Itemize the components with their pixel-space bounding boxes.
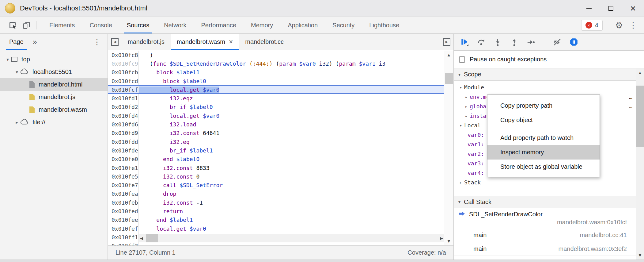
- deactivate-breakpoints-button[interactable]: [551, 36, 563, 48]
- call-stack-section-header[interactable]: ▾ Call Stack: [454, 196, 644, 208]
- code-line[interactable]: 0x010fc9 (func $SDL_SetRenderDrawColor (…: [108, 59, 444, 68]
- sidebar-scrollbar[interactable]: ▲ ▼: [636, 68, 644, 260]
- chevron-right-icon[interactable]: ▸: [463, 114, 470, 118]
- tab-console[interactable]: Console: [82, 17, 119, 33]
- code-line[interactable]: 0x010fe7 call $SDL_SetError: [108, 181, 444, 189]
- code-line[interactable]: 0x010fc8 ): [108, 51, 444, 59]
- call-stack-frame-main-1[interactable]: mainmandelbrot.cc:41: [454, 228, 644, 242]
- context-menu-item-copy-property-path[interactable]: Copy property path: [487, 98, 600, 113]
- context-menu-item-add-property-path-to-watch[interactable]: Add property path to watch: [487, 131, 600, 145]
- editor-tab-mandelbrot-cc[interactable]: mandelbrot.cc: [239, 34, 290, 50]
- more-tabs-chevron-icon[interactable]: »: [29, 37, 41, 46]
- code-line[interactable]: 0x010fd9 i32.const 64641: [108, 129, 444, 137]
- context-menu-item-store-object-as-global-variable[interactable]: Store object as global variable: [487, 160, 600, 174]
- code-line[interactable]: 0x010fcd block $label0: [108, 77, 444, 85]
- tab-network[interactable]: Network: [157, 17, 194, 33]
- device-toolbar-button[interactable]: [20, 18, 34, 32]
- code-line[interactable]: 0x010fd6 i32.load: [108, 120, 444, 129]
- sidebar-scroll-thumb[interactable]: [636, 86, 644, 147]
- tab-performance[interactable]: Performance: [194, 17, 244, 33]
- code-line[interactable]: 0x010feb i32.const -1: [108, 198, 444, 207]
- tab-memory[interactable]: Memory: [244, 17, 280, 33]
- scroll-up-icon[interactable]: ▲: [638, 68, 642, 77]
- close-tab-icon[interactable]: ×: [229, 38, 233, 45]
- chevron-down-icon[interactable]: ▾: [13, 69, 20, 75]
- navigator-item-mandelbrot-wasm[interactable]: mandelbrot.wasm: [0, 103, 108, 116]
- scroll-down-icon[interactable]: ▼: [638, 251, 642, 260]
- editor-tab-mandelbrot-js[interactable]: mandelbrot.js: [122, 34, 171, 50]
- navigator-item-file[interactable]: ▸file://: [0, 116, 108, 129]
- scope-row-stack[interactable]: ▸Stack: [454, 178, 644, 187]
- inspect-element-button[interactable]: [6, 18, 20, 32]
- code-line[interactable]: 0x010fe1 i32.const 8833: [108, 164, 444, 172]
- code-line[interactable]: 0x010fcb block $label1: [108, 68, 444, 77]
- scroll-up-icon[interactable]: ▲: [447, 51, 451, 59]
- call-stack-frame-main-2[interactable]: mainmandelbrot.wasm:0x3ef2: [454, 242, 644, 256]
- console-error-badge[interactable]: × 4: [581, 20, 603, 31]
- settings-gear-icon[interactable]: ⚙: [615, 20, 623, 30]
- code-line[interactable]: 0x010fee end $label1: [108, 216, 444, 224]
- code-editor[interactable]: 0x010fc8 )0x010fc9 (func $SDL_SetRenderD…: [108, 51, 444, 245]
- resume-button[interactable]: [459, 36, 470, 48]
- horizontal-scrollbar[interactable]: ◀ ▶: [139, 234, 444, 242]
- maximize-button[interactable]: [600, 0, 622, 17]
- code-line[interactable]: 0x010fef local.get $var0: [108, 224, 444, 233]
- tab-security[interactable]: Security: [325, 17, 362, 33]
- close-button[interactable]: ×: [622, 0, 644, 17]
- horizontal-scroll-thumb[interactable]: [146, 234, 158, 242]
- code-line[interactable]: 0x010fd4 local.get $var0: [108, 111, 444, 120]
- code-line[interactable]: 0x010fdd i32.eq: [108, 137, 444, 146]
- show-debugger-button[interactable]: ▶: [440, 34, 453, 50]
- pause-on-caught-row[interactable]: Pause on caught exceptions: [454, 51, 644, 68]
- chevron-right-icon[interactable]: ▸: [463, 94, 470, 99]
- navigator-item-mandelbrot-html[interactable]: mandelbrot.html: [0, 78, 108, 91]
- tab-application[interactable]: Application: [280, 17, 325, 33]
- hide-navigator-button[interactable]: ◀: [108, 34, 122, 50]
- navigator-menu-icon[interactable]: ⋮: [90, 37, 104, 46]
- code-line[interactable]: 0x010fe5 i32.const 0: [108, 172, 444, 181]
- tab-page[interactable]: Page: [4, 34, 29, 50]
- tab-sources[interactable]: Sources: [119, 17, 157, 33]
- minimize-button[interactable]: [578, 0, 600, 17]
- byte-offset-gutter: 0x010ff1: [108, 233, 139, 241]
- code-line[interactable]: 0x010fd2 br_if $label0: [108, 103, 444, 111]
- code-line[interactable]: 0x010fed return: [108, 207, 444, 215]
- tab-elements[interactable]: Elements: [42, 17, 82, 33]
- chevron-down-icon[interactable]: ▾: [457, 123, 464, 128]
- step-out-button[interactable]: [508, 36, 520, 48]
- scope-section-header[interactable]: ▾ Scope: [454, 68, 644, 81]
- navigator-item-mandelbrot-js[interactable]: mandelbrot.js: [0, 91, 108, 103]
- navigator-item-label: mandelbrot.js: [39, 94, 75, 101]
- code-line[interactable]: 0x010fea drop: [108, 190, 444, 198]
- scroll-right-icon[interactable]: ▶: [439, 236, 444, 241]
- chevron-down-icon[interactable]: ▾: [4, 57, 11, 62]
- pause-on-caught-checkbox[interactable]: [459, 56, 465, 63]
- customize-menu-icon[interactable]: ⋮: [627, 20, 640, 30]
- pause-on-exceptions-button[interactable]: [568, 36, 580, 48]
- scroll-down-icon[interactable]: ▼: [447, 237, 451, 245]
- context-menu-item-copy-object[interactable]: Copy object: [487, 113, 600, 127]
- step-into-button[interactable]: [492, 36, 503, 48]
- code-line[interactable]: 0x010fe0 end $label0: [108, 155, 444, 164]
- chevron-right-icon[interactable]: ▸: [457, 180, 464, 185]
- call-stack-frame-sdl-setrenderdrawcolor[interactable]: SDL_SetRenderDrawColormandelbrot.wasm:0x…: [454, 208, 644, 228]
- navigator-item-localhost-5501[interactable]: ▾localhost:5501: [0, 66, 108, 78]
- script-file-icon: [29, 94, 35, 100]
- code-line[interactable]: 0x010fd1 i32.eqz: [108, 94, 444, 102]
- scroll-left-icon[interactable]: ◀: [139, 236, 144, 241]
- code-token: [199, 113, 203, 119]
- chevron-right-icon[interactable]: ▸: [13, 120, 20, 125]
- step-button[interactable]: [525, 36, 536, 48]
- vertical-scrollbar[interactable]: ▲ ▼: [444, 51, 453, 245]
- chevron-right-icon[interactable]: ▸: [463, 104, 470, 109]
- scope-row-module[interactable]: ▾Module: [454, 83, 644, 92]
- chevron-down-icon[interactable]: ▾: [457, 85, 464, 90]
- context-menu-item-inspect-memory[interactable]: Inspect memory: [487, 145, 600, 160]
- code-line[interactable]: 0x010fde br_if $label1: [108, 146, 444, 155]
- vertical-scroll-thumb[interactable]: [445, 73, 453, 84]
- code-line-execution[interactable]: 0x010fcf local.get $var0: [108, 85, 444, 94]
- navigator-item-top[interactable]: ▾top: [0, 53, 108, 66]
- tab-lighthouse[interactable]: Lighthouse: [362, 17, 407, 33]
- step-over-button[interactable]: [475, 36, 487, 48]
- editor-tab-mandelbrot-wasm[interactable]: mandelbrot.wasm×: [171, 34, 239, 50]
